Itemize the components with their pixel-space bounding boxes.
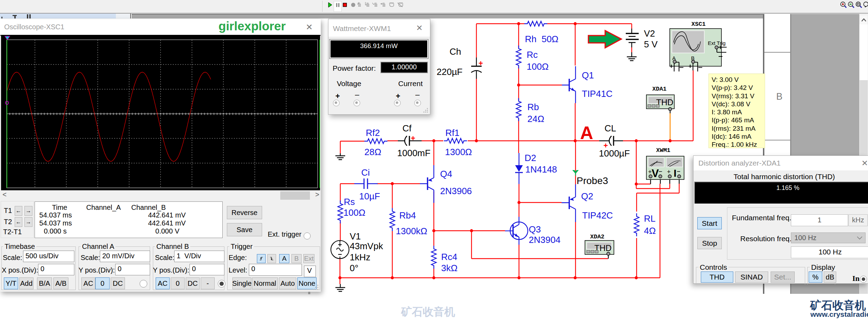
svg-text:Probe3: Probe3 <box>577 175 608 186</box>
svg-text:+: + <box>667 168 671 175</box>
svg-text:28Ω: 28Ω <box>364 147 381 157</box>
svg-text:1300Ω: 1300Ω <box>445 147 472 157</box>
svg-text:0°: 0° <box>350 263 358 273</box>
svg-text:+: + <box>648 168 652 175</box>
svg-text:100Ω: 100Ω <box>343 207 365 218</box>
svg-text:Q4: Q4 <box>440 169 452 179</box>
svg-text:Q2: Q2 <box>581 191 593 201</box>
svg-text:1300kΩ: 1300kΩ <box>396 226 427 236</box>
svg-text:3kΩ: 3kΩ <box>441 263 458 273</box>
svg-text:Rb: Rb <box>527 102 539 112</box>
svg-text:Cf: Cf <box>402 123 412 133</box>
svg-text:24Ω: 24Ω <box>527 114 544 124</box>
svg-text:Rh 50Ω: Rh 50Ω <box>525 34 558 44</box>
svg-text:Ext Trig: Ext Trig <box>708 40 726 46</box>
svg-text:2N3904: 2N3904 <box>529 235 561 245</box>
svg-text:1000mF: 1000mF <box>397 148 430 158</box>
svg-text:1000µF: 1000µF <box>599 148 630 159</box>
svg-text:Rf1: Rf1 <box>445 128 459 138</box>
svg-text:CL: CL <box>604 123 616 133</box>
svg-text:5 V: 5 V <box>644 39 658 49</box>
svg-text:Rb4: Rb4 <box>399 210 416 221</box>
svg-text:I: I <box>674 167 676 179</box>
svg-text:Rc: Rc <box>527 49 538 60</box>
svg-text:Ch: Ch <box>450 46 461 57</box>
svg-text:XDA2: XDA2 <box>590 234 604 240</box>
svg-text:TIP42C: TIP42C <box>582 210 613 221</box>
svg-text:Rs: Rs <box>344 197 355 207</box>
svg-text:220µF: 220µF <box>437 67 462 77</box>
svg-text:Rc4: Rc4 <box>441 252 457 262</box>
svg-text:Q1: Q1 <box>582 70 594 81</box>
svg-text:V2: V2 <box>644 28 655 39</box>
svg-text:RL: RL <box>644 213 655 224</box>
svg-text:−: − <box>677 168 681 175</box>
svg-text:100Ω: 100Ω <box>527 61 549 72</box>
svg-text:10µF: 10µF <box>359 191 380 201</box>
svg-text:XDA1: XDA1 <box>652 86 667 92</box>
svg-text:V1: V1 <box>350 231 361 242</box>
svg-text:Q3: Q3 <box>529 224 541 235</box>
svg-text:−: − <box>659 168 662 175</box>
svg-text:1kHz: 1kHz <box>350 252 370 262</box>
svg-text:V: V <box>652 167 659 179</box>
svg-text:XWM1: XWM1 <box>656 147 670 154</box>
svg-text:Ci: Ci <box>361 167 370 178</box>
svg-text:TIP41C: TIP41C <box>582 89 613 99</box>
svg-text:1N4148: 1N4148 <box>525 164 557 175</box>
svg-text:A: A <box>580 123 593 143</box>
svg-text:43mVpk: 43mVpk <box>350 241 383 251</box>
svg-text:2N3906: 2N3906 <box>440 186 472 196</box>
svg-text:XSC1: XSC1 <box>691 21 706 28</box>
svg-text:4Ω: 4Ω <box>644 226 656 236</box>
svg-text:D2: D2 <box>525 153 536 163</box>
svg-text:Rf2: Rf2 <box>366 128 380 138</box>
